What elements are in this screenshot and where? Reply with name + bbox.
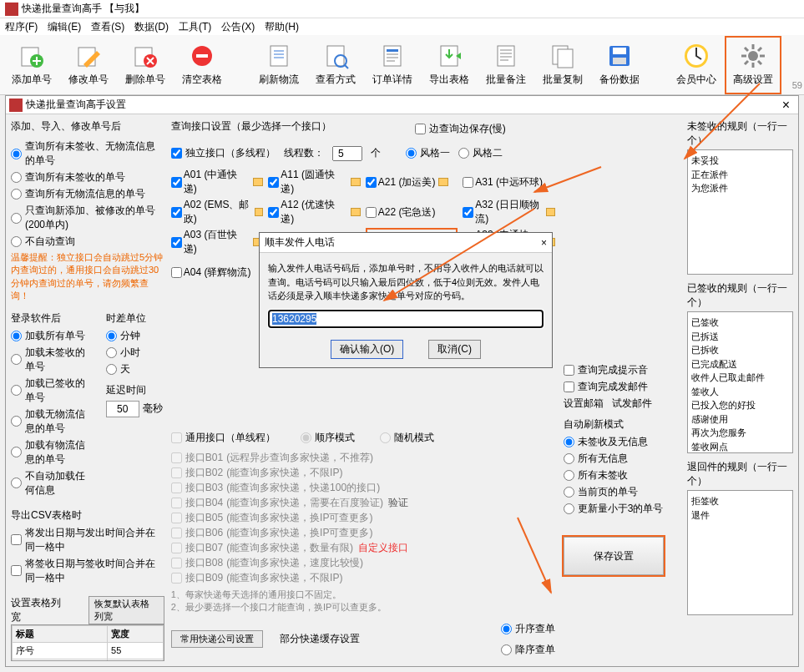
popup-ok-button[interactable]: 确认输入(O) — [331, 340, 403, 359]
tu-opt-1[interactable]: 小时 — [106, 346, 164, 360]
mail-icon[interactable] — [546, 208, 555, 216]
sec1-opt-1[interactable]: 查询所有未签收的单号 — [11, 170, 164, 184]
refresh-opt-0[interactable]: 未签收及无信息 — [564, 435, 680, 449]
sec1-opt-2[interactable]: 查询所有无物流信息的单号 — [11, 187, 164, 201]
done-mail[interactable]: 查询完成发邮件 — [564, 380, 680, 394]
sec2-opt-0[interactable]: 加载所有单号 — [11, 329, 93, 343]
menu-data[interactable]: 数据(D) — [134, 20, 169, 34]
iface-A12[interactable]: A12 (优速快递) — [268, 198, 361, 226]
common-4[interactable]: 接口B05(能查询多家快递，换IP可查更多) — [171, 511, 555, 525]
done-sound[interactable]: 查询完成提示音 — [564, 363, 680, 377]
common-2[interactable]: 接口B03(能查询多家快递，快递100的接口) — [171, 481, 555, 495]
iface-A22[interactable]: A22 (宅急送) — [366, 198, 458, 226]
tu-opt-2[interactable]: 天 — [106, 362, 164, 376]
rule-unsigned-box[interactable]: 未妥投 正在派件 为您派件 — [687, 149, 793, 275]
iface-A11[interactable]: A11 (圆通快递) — [268, 168, 361, 196]
refresh-opt-1[interactable]: 所有无信息 — [564, 452, 680, 466]
style2-radio[interactable]: 风格二 — [458, 146, 503, 160]
menubar: 程序(F) 编辑(E) 查看(S) 数据(D) 工具(T) 公告(X) 帮助(H… — [0, 18, 804, 35]
common-8[interactable]: 接口B09(能查询多家快递，不限IP) — [171, 571, 555, 585]
tool-export[interactable]: 导出表格 — [421, 36, 478, 94]
sec2-opt-2[interactable]: 加载已签收的单号 — [11, 376, 93, 405]
svg-rect-13 — [498, 46, 514, 66]
sec2-opt-5[interactable]: 不自动加载任何信息 — [11, 469, 93, 498]
threads-input[interactable] — [332, 146, 362, 161]
mail-set-link[interactable]: 设置邮箱 — [564, 397, 604, 411]
order-asc[interactable]: 升序查单 — [501, 622, 555, 636]
sec2-opt-3[interactable]: 加载无物流信息的单号 — [11, 407, 93, 436]
edge-save-chk[interactable]: 边查询边保存(慢) — [415, 122, 506, 136]
delay-input[interactable] — [106, 401, 139, 417]
tool-settings[interactable]: 高级设置 — [725, 36, 781, 94]
menu-help[interactable]: 帮助(H) — [265, 20, 299, 34]
tool-refresh[interactable]: 刷新物流 — [250, 36, 307, 94]
common-1[interactable]: 接口B02(能查询多家快递，不限IP) — [171, 466, 555, 480]
common-3[interactable]: 接口B04(能查询多家快递，需要在百度验证)验证 — [171, 496, 555, 510]
refresh-opt-2[interactable]: 所有未签收 — [564, 468, 680, 483]
popup-close-icon[interactable]: × — [541, 237, 547, 249]
menu-program[interactable]: 程序(F) — [5, 20, 38, 34]
svg-rect-11 — [387, 49, 398, 52]
tool-delete[interactable]: 删除单号 — [117, 36, 174, 94]
csv-chk-0[interactable]: 将发出日期与发出时间合并在同一格中 — [11, 526, 164, 554]
phone-input[interactable] — [268, 310, 544, 328]
tool-add[interactable]: 添加单号 — [3, 36, 60, 94]
sec1-opt-0[interactable]: 查询所有未签收、无物流信息的单号 — [11, 139, 164, 168]
mail-icon[interactable] — [351, 178, 361, 186]
col-width-table[interactable]: 标题 宽度 序号55查询时间135快递单号120快递公司95订单编号0买家0联系… — [11, 624, 164, 661]
common-note: 1、每家快递每天选择的通用接口不固定。 2、最少要选择一个接口才能查询，换IP可… — [171, 589, 555, 614]
iface-A01[interactable]: A01 (中通快递) — [171, 168, 264, 196]
menu-notice[interactable]: 公告(X) — [221, 20, 255, 34]
tool-detail[interactable]: 订单详情 — [364, 36, 421, 94]
common-5[interactable]: 接口B06(能查询多家快递，换IP可查更多) — [171, 526, 555, 540]
table-row[interactable]: 查询时间135 — [13, 659, 164, 661]
dialog-close-button[interactable]: × — [777, 98, 795, 113]
iface-A21[interactable]: A21 (加运美) — [366, 168, 458, 196]
menu-view[interactable]: 查看(S) — [91, 20, 124, 34]
iface-A32[interactable]: A32 (日日顺物流) — [463, 198, 555, 226]
iface-A31[interactable]: A31 (中远环球) — [463, 168, 555, 196]
mail-test-link[interactable]: 试发邮件 — [612, 397, 652, 411]
common-6[interactable]: 接口B07(能查询多家快递，数量有限)自定义接口 — [171, 541, 555, 555]
rule-reject-box[interactable]: 拒签收 退件 — [687, 490, 793, 615]
style1-radio[interactable]: 风格一 — [406, 146, 450, 160]
common-chk[interactable]: 通用接口（单线程） — [171, 431, 276, 445]
tool-viewmode[interactable]: 查看方式 — [307, 36, 364, 94]
reset-cols-button[interactable]: 恢复默认表格列宽 — [88, 596, 164, 624]
common-7[interactable]: 接口B08(能查询多家快递，速度比较慢) — [171, 556, 555, 570]
iface-A02[interactable]: A02 (EMS、邮政) — [171, 198, 264, 226]
sec2-opt-1[interactable]: 加载未签收的单号 — [11, 346, 93, 374]
order-desc[interactable]: 降序查单 — [501, 643, 555, 657]
mail-icon[interactable] — [351, 208, 361, 216]
popup-cancel-button[interactable]: 取消(C) — [428, 340, 481, 359]
tool-note[interactable]: 批量备注 — [478, 36, 534, 94]
iface-A03[interactable]: A03 (百世快递) — [171, 228, 264, 256]
mail-icon[interactable] — [255, 208, 264, 216]
mode-seq[interactable]: 顺序模式 — [301, 431, 355, 445]
sec1-opt-4[interactable]: 不自动查询 — [11, 235, 164, 249]
sec1-opt-3[interactable]: 只查询新添加、被修改的单号(200单内) — [11, 204, 164, 232]
refresh-opt-3[interactable]: 当前页的单号 — [564, 485, 680, 499]
tool-backup[interactable]: 备份数据 — [591, 36, 648, 94]
refresh-opt-4[interactable]: 更新量小于3的单号 — [564, 502, 680, 516]
tool-copy[interactable]: 批量复制 — [534, 36, 591, 94]
tool-member[interactable]: 会员中心 — [668, 36, 725, 94]
independent-chk[interactable]: 独立接口（多线程） — [171, 146, 276, 160]
mail-icon[interactable] — [253, 178, 263, 186]
mail-icon[interactable] — [438, 178, 448, 186]
iface-A04[interactable]: A04 (驿辉物流) — [171, 258, 264, 286]
common-0[interactable]: 接口B01(远程异步查询多家快递，不推荐) — [171, 451, 555, 465]
menu-edit[interactable]: 编辑(E) — [48, 20, 81, 34]
table-row[interactable]: 序号55 — [13, 642, 164, 659]
save-settings-button[interactable]: 保存设置 — [564, 537, 664, 575]
tu-opt-0[interactable]: 分钟 — [106, 329, 164, 343]
menu-tools[interactable]: 工具(T) — [179, 20, 211, 34]
mode-rand[interactable]: 随机模式 — [380, 431, 434, 445]
tool-edit[interactable]: 修改单号 — [60, 36, 117, 94]
csv-chk-1[interactable]: 将签收日期与签收时间合并在同一格中 — [11, 557, 164, 585]
company-btn[interactable]: 常用快递公司设置 — [171, 630, 263, 648]
sec2-opt-4[interactable]: 加载有物流信息的单号 — [11, 438, 93, 467]
tool-clear[interactable]: 清空表格 — [174, 36, 230, 94]
refresh-title: 自动刷新模式 — [564, 417, 680, 432]
rule-signed-box[interactable]: 已签收 已拆送 已拆收 已完成配送 收件人已取走邮件 签收人 已投入您的好投 感… — [687, 311, 793, 453]
